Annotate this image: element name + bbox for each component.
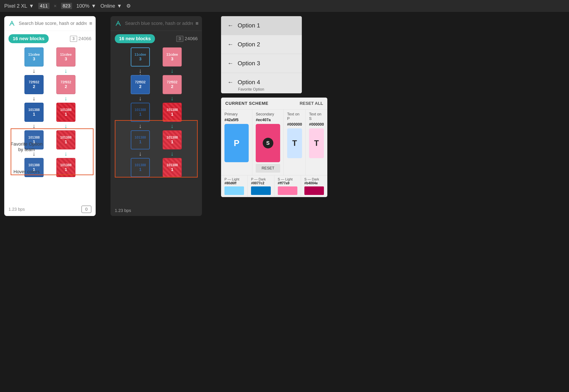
device-selector[interactable]: Pixel 2 XL ▼ [4,3,34,9]
secondary-col: Secondary #ec407a S RESET [252,110,284,175]
chain-header: 16 new blocks 3 24066 [9,34,91,43]
zoom-selector[interactable]: 100% ▼ [76,3,96,9]
dark-chain-column-1: 11cdee 3 72f932 2 101388 1 [131,47,150,177]
block-101388-1-red-2[interactable]: 101388 1 [56,130,75,149]
s-dark-hex: #b4004e [304,181,324,185]
p-light-hex: #80d6ff [224,181,244,185]
primary-color-block[interactable]: P [224,124,249,162]
main-content: ≡ 16 new blocks 3 24066 11cdee 3 [0,12,569,392]
text-on-p-col: Text on P #000000 T [284,110,306,175]
p-light-col: P — Light #80d6ff [221,175,248,197]
s-light-block[interactable] [278,186,297,195]
dark-block-11cdee-3-pink[interactable]: 11cdee 3 [163,47,182,67]
option-4-sublabel: Favorite Option [238,87,264,92]
block-72f932-2-blue[interactable]: 72f932 2 [25,75,43,94]
separator: × [54,3,57,9]
text-on-p-letter: T [292,139,297,148]
dark-chain-area: 16 new blocks 3 24066 11cdee 3 [111,31,202,181]
scheme-panel: CURRENT SCHEME RESET ALL Primary #42a5f5… [221,98,327,197]
secondary-label: Secondary [256,112,280,116]
secondary-avatar: S [263,138,273,148]
dark-block-101388-1-red-3[interactable]: 101388 1 [163,158,182,177]
dark-block-number: 24066 [185,36,198,42]
text-on-p-block[interactable]: T [287,128,302,158]
primary-col: Primary #42a5f5 P [221,110,252,175]
dark-arrow-2-2 [171,94,174,103]
dark-block-101388-1-3[interactable]: 101388 1 [131,158,150,177]
dark-new-blocks-badge[interactable]: 16 new blocks [115,34,155,43]
s-light-col: S — Light #ff77a9 [274,175,301,197]
text-on-s-label: Text on S [309,112,324,121]
option-2-label: Option 2 [238,41,260,48]
dark-bps-display: 1.23 bps [115,208,131,213]
hamburger-menu-icon[interactable]: ≡ [89,20,92,26]
option-3-item[interactable]: ← Option 3 [221,54,302,73]
hover-colors-label: Hover colors [9,169,45,175]
block-badge-small: 3 [70,36,77,42]
dark-block-101388-1-red-2[interactable]: 101388 1 [163,130,182,149]
p-dark-block[interactable] [251,186,271,195]
block-101388-1-red-1[interactable]: 101388 1 [56,103,75,122]
dark-chain-columns: 11cdee 3 72f932 2 101388 1 [131,47,182,177]
search-input[interactable] [19,21,87,26]
chain-column-2: 11cdee 3 72f932 2 101388 1 10 [56,47,75,177]
left-app-panel: ≡ 16 new blocks 3 24066 11cdee 3 [4,16,96,216]
viewport-width: 411 [38,3,50,9]
text-on-s-hex: #000000 [309,122,324,127]
dark-search-input[interactable] [125,21,193,26]
zoom-dropdown-icon: ▼ [91,3,96,9]
app-logo [8,19,16,28]
dark-app-panel: ≡ 16 new blocks 3 24066 11cdee 3 [111,16,202,216]
scheme-header: CURRENT SCHEME RESET ALL [221,98,327,110]
dark-arrow-1-4 [139,149,142,158]
option-1-label: Option 1 [238,22,260,29]
text-on-s-block[interactable]: T [309,128,324,158]
arrow-2-2 [64,94,67,103]
block-11cdee-3-pink[interactable]: 11cdee 3 [56,47,75,67]
reset-button[interactable]: RESET [256,164,280,173]
page-indicator[interactable]: 0 [81,206,91,213]
s-dark-block[interactable] [304,186,324,195]
mode-dropdown-icon: ▼ [117,3,122,9]
reset-all-button[interactable]: RESET ALL [300,101,323,106]
secondary-avatar-letter: S [266,140,270,146]
arrow-1-3 [32,122,36,130]
viewport-height: 823 [61,3,72,9]
p-dark-col: P — Dark #0077c2 [248,175,274,197]
option-2-item[interactable]: ← Option 2 [221,35,302,54]
dark-block-101388-1-1[interactable]: 101388 1 [131,103,150,122]
block-101388-1-red-3[interactable]: 101388 1 [56,158,75,177]
p-dark-hex: #0077c2 [251,181,271,185]
arrow-2-4 [64,149,67,158]
secondary-hex: #ec407a [256,118,280,122]
chain-columns: 11cdee 3 72f932 2 101388 1 10 [25,47,75,177]
sub-colors-row: P — Light #80d6ff P — Dark #0077c2 S — L… [221,175,327,197]
dark-hamburger-menu-icon[interactable]: ≡ [195,20,198,26]
p-light-block[interactable] [224,186,244,195]
block-11cdee-3-blue[interactable]: 11cdee 3 [25,47,43,67]
block-101388-1-blue-1[interactable]: 101388 1 [25,103,43,122]
mode-selector[interactable]: Online ▼ [100,3,122,9]
s-dark-label: S — Dark [304,178,324,181]
option-4-item[interactable]: ← Option 4 Favorite Option [221,73,302,93]
right-panels: ← Option 1 ← Option 2 ← Option 3 ← Optio… [221,16,327,197]
arrow-2-3 [64,122,67,130]
dark-block-11cdee-3-1[interactable]: 11cdee 3 [131,47,150,67]
options-panel: ← Option 1 ← Option 2 ← Option 3 ← Optio… [221,16,302,93]
left-panel-footer: 1.23 bps 0 [4,203,96,216]
top-bar: Pixel 2 XL ▼ 411 × 823 100% ▼ Online ▼ ⚙ [0,0,569,12]
p-dark-label: P — Dark [251,178,271,181]
secondary-color-block[interactable]: S [256,124,280,162]
settings-icon[interactable]: ⚙ [126,3,131,9]
text-on-p-hex: #000000 [287,122,302,127]
text-on-s-col: Text on S #000000 T [306,110,327,175]
dark-block-101388-1-2[interactable]: 101388 1 [131,130,150,149]
zoom-level: 100% [76,3,89,9]
dark-block-72f932-2-pink[interactable]: 72f932 2 [163,75,182,94]
dark-block-72f932-2-1[interactable]: 72f932 2 [131,75,150,94]
block-72f932-2-pink[interactable]: 72f932 2 [56,75,75,94]
dark-arrow-2-4 [171,149,174,158]
option-1-item[interactable]: ← Option 1 [221,16,302,35]
new-blocks-badge[interactable]: 16 new blocks [9,34,49,43]
dark-block-101388-1-red-1[interactable]: 101388 1 [163,103,182,122]
